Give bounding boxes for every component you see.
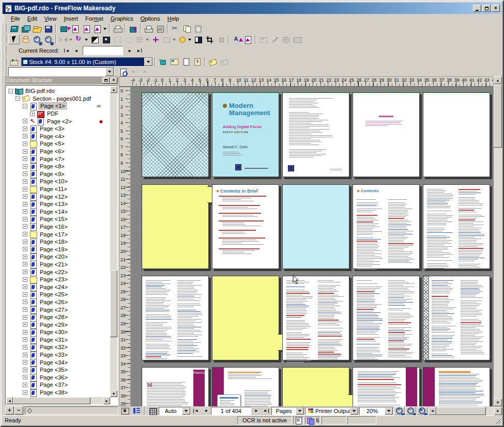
tree-item-page-28[interactable]: +Page <28> bbox=[7, 313, 110, 321]
tree-item-page-5[interactable]: +Page <5> bbox=[7, 140, 110, 148]
tree-hscroll-thumb[interactable] bbox=[13, 397, 90, 404]
main-horizontal-scrollbar[interactable]: ◄ ► bbox=[429, 407, 502, 415]
tree-item-page-12[interactable]: +Page <12> bbox=[7, 193, 110, 200]
menu-edit[interactable]: Edit bbox=[24, 14, 41, 23]
tool-zoom-out-button[interactable] bbox=[42, 34, 54, 44]
tree-vertical-scrollbar[interactable]: ▲ ▼ bbox=[110, 86, 117, 397]
tree-item-root[interactable]: −BIG-pdf.rdo bbox=[7, 87, 110, 95]
tree-item-page-10[interactable]: +Page <10> bbox=[7, 178, 110, 185]
mode-combo-arrow[interactable] bbox=[296, 407, 304, 415]
expand-icon[interactable]: + bbox=[23, 232, 27, 236]
dropdown-caret[interactable] bbox=[69, 39, 72, 42]
tool-brightness-button[interactable] bbox=[177, 34, 192, 44]
tree-item-page-15[interactable]: +Page <15> bbox=[7, 215, 110, 223]
tree-item-page-2[interactable]: +↖Page <2>◆ bbox=[7, 117, 110, 125]
menu-file[interactable]: File bbox=[7, 14, 24, 23]
dropdown-caret[interactable] bbox=[173, 39, 176, 42]
menu-view[interactable]: View bbox=[41, 14, 60, 23]
tree-item-page-14[interactable]: +Page <14> bbox=[7, 208, 110, 216]
thumbnail-view-button[interactable] bbox=[120, 407, 131, 415]
tree-item-page-23[interactable]: +Page <23> bbox=[7, 276, 110, 283]
tree-item-page-31[interactable]: +Page <31> bbox=[7, 336, 110, 344]
output-combo-arrow[interactable] bbox=[350, 407, 358, 415]
tool-image-button[interactable] bbox=[100, 34, 112, 44]
tool-crop-button[interactable] bbox=[204, 34, 215, 44]
tool-marquee-button[interactable] bbox=[112, 34, 123, 44]
main-hscroll-thumb[interactable] bbox=[436, 407, 486, 415]
grid-view-button[interactable] bbox=[147, 407, 158, 415]
page-thumbnail-2[interactable]: Modern ManagementAdding Digital FocusNIN… bbox=[212, 92, 279, 177]
menu-options[interactable]: Options bbox=[137, 14, 164, 23]
tb-cut-button[interactable] bbox=[170, 23, 181, 34]
tool-transform-button[interactable] bbox=[161, 34, 177, 44]
zoom-select-button[interactable] bbox=[417, 407, 427, 415]
tree-item-page-34[interactable]: +Page <34> bbox=[7, 358, 110, 366]
expand-icon[interactable]: + bbox=[23, 149, 27, 154]
find-find-page-button[interactable] bbox=[117, 67, 129, 77]
list-view-button[interactable] bbox=[131, 407, 142, 415]
guide-vertical[interactable] bbox=[141, 87, 142, 406]
page-thumbnail-17[interactable] bbox=[212, 367, 279, 406]
tree-item-section[interactable]: −Section - pages001.pdf bbox=[7, 95, 110, 103]
find-combo-arrow[interactable] bbox=[105, 68, 114, 76]
menu-insert[interactable]: Insert bbox=[60, 14, 82, 23]
tree-item-page-4[interactable]: +Page <4> bbox=[7, 133, 110, 140]
expand-icon[interactable]: + bbox=[23, 345, 27, 350]
expand-icon[interactable]: + bbox=[30, 112, 35, 116]
page-thumbnail-4[interactable] bbox=[353, 92, 420, 177]
expand-icon[interactable]: + bbox=[23, 156, 27, 161]
tree-scroll-down-button[interactable]: ▼ bbox=[110, 390, 117, 397]
stock-stock-add-button[interactable] bbox=[157, 57, 169, 67]
main-scroll-down-button[interactable]: ▼ bbox=[494, 399, 502, 406]
expand-icon[interactable]: + bbox=[23, 383, 27, 387]
expand-icon[interactable]: + bbox=[23, 134, 27, 138]
page-canvas[interactable]: Modern ManagementAdding Digital FocusNIN… bbox=[131, 87, 494, 406]
expand-icon[interactable]: + bbox=[23, 375, 27, 379]
dropdown-caret[interactable] bbox=[85, 39, 88, 42]
tool-flip-button[interactable] bbox=[58, 34, 73, 44]
tree-item-page-36[interactable]: +Page <36> bbox=[7, 374, 110, 382]
tool-zone-button[interactable] bbox=[257, 34, 269, 44]
minimize-button[interactable] bbox=[473, 5, 481, 12]
tb-folder-open-button[interactable] bbox=[31, 23, 42, 34]
main-scroll-left-button[interactable]: ◄ bbox=[429, 407, 436, 415]
record-first-button[interactable]: ◄ bbox=[62, 46, 71, 55]
collapse-all-button[interactable]: − bbox=[14, 406, 23, 415]
page-thumbnail-13[interactable] bbox=[282, 276, 349, 360]
tool-align-button[interactable] bbox=[134, 34, 150, 44]
tb-print-button[interactable] bbox=[143, 23, 154, 34]
page-prev-button[interactable]: ◄ bbox=[201, 407, 210, 415]
tool-sample-button[interactable] bbox=[215, 34, 226, 44]
tb-paste-button[interactable] bbox=[192, 23, 204, 34]
page-thumbnail-10[interactable] bbox=[423, 184, 490, 269]
menu-graphics[interactable]: Graphics bbox=[107, 14, 137, 23]
tool-web-button[interactable] bbox=[280, 34, 292, 44]
tree-item-page-6[interactable]: +Page <6> bbox=[7, 148, 110, 155]
tb-book-import-button[interactable] bbox=[58, 23, 69, 34]
output-combo[interactable]: Printer Output bbox=[305, 407, 359, 415]
tb-page-insert-multi-button[interactable] bbox=[92, 23, 108, 34]
tree-item-page-22[interactable]: +Page <22> bbox=[7, 268, 110, 276]
expand-icon[interactable]: + bbox=[23, 337, 27, 342]
collapse-icon[interactable]: − bbox=[16, 96, 20, 101]
tb-book-open2-button[interactable] bbox=[20, 23, 31, 34]
record-number-input[interactable] bbox=[83, 46, 123, 55]
page-thumbnail-16[interactable]: PREFACEM bbox=[142, 367, 209, 406]
find-combo[interactable] bbox=[8, 67, 114, 76]
page-thumbnail-15[interactable] bbox=[423, 276, 490, 360]
expand-icon[interactable]: + bbox=[23, 277, 27, 282]
toolbar-grip[interactable] bbox=[5, 68, 6, 76]
collapse-icon[interactable]: − bbox=[8, 89, 13, 93]
zoom-in-button[interactable] bbox=[394, 407, 405, 415]
expand-icon[interactable]: + bbox=[23, 126, 27, 131]
tool-film-button[interactable] bbox=[292, 34, 303, 44]
tb-refresh-folder-button[interactable] bbox=[8, 57, 20, 67]
tree-item-page-7[interactable]: +Page <7> bbox=[7, 155, 110, 163]
expand-icon[interactable]: + bbox=[23, 164, 27, 169]
record-last-button[interactable]: ► bbox=[134, 46, 144, 55]
collapse-icon[interactable]: − bbox=[23, 104, 27, 108]
tree-item-page-24[interactable]: +Page <24> bbox=[7, 283, 110, 291]
page-thumbnail-7[interactable]: Contents in Brief bbox=[212, 184, 279, 269]
toolbar-grip[interactable] bbox=[5, 58, 6, 66]
tool-pointer-button[interactable] bbox=[8, 34, 20, 44]
